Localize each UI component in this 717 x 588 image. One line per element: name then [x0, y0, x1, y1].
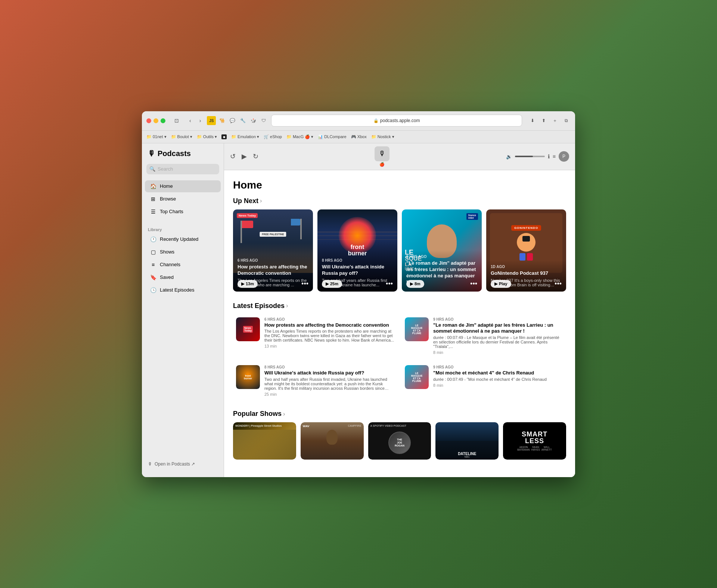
- up-next-grid: FREE PALESTINE News Today 6 HRS AGO How …: [233, 209, 566, 292]
- sidebar-item-latest-episodes[interactable]: 🕒 Latest Episodes: [145, 284, 221, 296]
- episode-desc-4: durée : 00:07:49 - "Moi moche et méchant…: [433, 377, 563, 382]
- share-icon[interactable]: ⬆: [539, 116, 548, 125]
- episode-time-2: 9 HRS AGO: [433, 317, 563, 321]
- episode-item-2[interactable]: LEMASQUEET LAPLUME 9 HRS AGO "Le roman d…: [402, 314, 566, 358]
- up-next-arrow[interactable]: ›: [260, 197, 262, 204]
- bookmark-boulot[interactable]: 📁 Boulot ▾: [171, 134, 192, 139]
- popular-shows-header: Popular Shows ›: [233, 410, 566, 418]
- forward-button[interactable]: ›: [196, 116, 204, 125]
- more-button-4[interactable]: •••: [555, 280, 562, 288]
- address-bar[interactable]: 🔒 podcasts.apple.com: [271, 115, 522, 127]
- play-pause-button[interactable]: ▶: [242, 152, 247, 161]
- show-card-4[interactable]: DATELINE NBC: [435, 422, 499, 460]
- tool-icon[interactable]: 🔧: [238, 116, 247, 125]
- podcast-logo: 🎙: [375, 146, 389, 161]
- cube-icon[interactable]: 🎲: [249, 116, 258, 125]
- up-next-section-header: Up Next ›: [233, 197, 566, 205]
- tabs-icon[interactable]: ⧉: [562, 116, 571, 125]
- chat-icon[interactable]: 💬: [228, 116, 237, 125]
- news-today-badge: News Today: [237, 213, 258, 218]
- more-button-3[interactable]: •••: [470, 280, 477, 288]
- card-footer-4: ▶ Play •••: [491, 280, 562, 288]
- close-button[interactable]: [146, 118, 151, 123]
- show-card-3[interactable]: A SPOTIFY VIDEO PODCAST THEJOEROGAN: [368, 422, 431, 460]
- episode-info-2: 9 HRS AGO "Le roman de Jim" adapté par l…: [433, 317, 563, 355]
- sidebar-item-shows[interactable]: ▢ Shows: [145, 246, 221, 258]
- maximize-button[interactable]: [161, 118, 165, 123]
- front-burner-title: frontburner: [322, 244, 393, 257]
- card-time-ago-3: 9 HRS AGO: [406, 255, 477, 259]
- card-title-1: How protests are affecting the Democrati…: [238, 264, 308, 277]
- bookmark-nostick[interactable]: 📁 Nostick ▾: [371, 134, 394, 139]
- bookmark-emulation[interactable]: 📁 Emulation ▾: [231, 134, 259, 139]
- list-button[interactable]: ≡: [553, 153, 556, 159]
- avatar[interactable]: P: [559, 151, 569, 162]
- back-button[interactable]: ‹: [186, 116, 194, 125]
- latest-episodes-section: Latest Episodes › NewsToday: [233, 302, 566, 400]
- card-footer-3: ▶ 8m •••: [406, 280, 477, 288]
- card-le-masque[interactable]: franceinter LE SQUE LA: [402, 209, 482, 292]
- forward-button[interactable]: ↻: [253, 152, 258, 161]
- sidebar-item-channels[interactable]: ≡ Channels: [145, 259, 221, 271]
- open-in-podcasts-label: Open in Podcasts ↗: [155, 461, 195, 467]
- page-title: Home: [233, 179, 566, 191]
- show-card-1[interactable]: WONDERY | Pineapple Street Studios: [233, 422, 296, 460]
- camel-icon[interactable]: 🐪: [217, 116, 226, 125]
- play-button-3[interactable]: ▶ 8m: [406, 280, 424, 288]
- card-time-ago-4: 1D AGO: [491, 265, 562, 269]
- bookmark-eshop[interactable]: 🛒 eShop: [264, 134, 282, 139]
- sidebar-item-home[interactable]: 🏠 Home: [145, 180, 221, 192]
- more-button-2[interactable]: •••: [386, 280, 393, 288]
- minimize-button[interactable]: [153, 118, 158, 123]
- app-logo: 🎙 Podcasts: [142, 149, 224, 164]
- bookmark-outils[interactable]: 📁 Outils ▾: [197, 134, 217, 139]
- sidebar-item-top-charts[interactable]: ☰ Top Charts: [145, 206, 221, 218]
- sidebar-toggle[interactable]: ⊡: [171, 116, 182, 125]
- bookmark-macg[interactable]: 📁 MacG 🍎 ▾: [286, 134, 313, 139]
- episode-duration-3: 25 min: [264, 392, 394, 396]
- search-placeholder: Search: [158, 166, 173, 172]
- player-bar: ↺ ▶ ↻ 🎙 🍎 🔉 ℹ ≡ P: [224, 143, 575, 170]
- show-card-2[interactable]: WAV CAMPFIRE: [301, 422, 364, 460]
- popular-shows-arrow[interactable]: ›: [283, 411, 285, 417]
- latest-episodes-arrow[interactable]: ›: [286, 302, 288, 309]
- info-button[interactable]: ℹ: [548, 153, 550, 159]
- volume-slider[interactable]: [515, 156, 545, 157]
- player-right: 🔉 ℹ ≡ P: [506, 151, 569, 162]
- home-icon: 🏠: [149, 183, 157, 190]
- card-news-today[interactable]: FREE PALESTINE News Today 6 HRS AGO How …: [233, 209, 313, 292]
- more-button-1[interactable]: •••: [301, 280, 308, 288]
- episode-title-1: How protests are affecting the Democrati…: [264, 322, 394, 329]
- home-label: Home: [160, 183, 173, 189]
- card-gonintendo[interactable]: GONINTENDO: [486, 209, 566, 292]
- channels-icon: ≡: [149, 261, 157, 268]
- sidebar-item-recently-updated[interactable]: 🕐 Recently Updated: [145, 233, 221, 245]
- episode-info-3: 8 HRS AGO Will Ukraine's attack inside R…: [264, 365, 394, 396]
- open-in-podcasts[interactable]: 🎙 Open in Podcasts ↗: [142, 457, 224, 471]
- episode-title-4: "Moi moche et méchant 4" de Chris Renaud: [433, 370, 563, 376]
- new-tab-icon[interactable]: ＋: [550, 116, 559, 125]
- episode-info-4: 9 HRS AGO "Moi moche et méchant 4" de Ch…: [433, 365, 563, 388]
- shows-grid: WONDERY | Pineapple Street Studios WAV C…: [233, 422, 566, 460]
- play-button-1[interactable]: ▶ 13m: [238, 280, 258, 288]
- shield-icon[interactable]: 🛡: [259, 116, 268, 125]
- play-button-2[interactable]: ▶ 25m: [322, 280, 342, 288]
- sidebar-item-saved[interactable]: 🔖 Saved: [145, 271, 221, 283]
- bookmark-01net[interactable]: 📁 01net ▾: [146, 134, 167, 139]
- app-name: Podcasts: [158, 149, 191, 158]
- rewind-button[interactable]: ↺: [230, 152, 236, 161]
- card-front-burner[interactable]: frontburner 8 HRS AGO Will Ukraine's att…: [317, 209, 397, 292]
- episode-item-3[interactable]: frontburner 8 HRS AGO Will Ukraine's att…: [233, 362, 397, 399]
- show-card-5[interactable]: SMARTLESS JASONBATEMAN SEANHAYES WILLARN…: [503, 422, 566, 460]
- js-icon[interactable]: JS: [207, 116, 216, 125]
- episode-item-1[interactable]: NewsToday 6 HRS AGO How protests are aff…: [233, 314, 397, 358]
- episode-item-4[interactable]: LEMASQUEET LAPLUME 9 HRS AGO "Moi moche …: [402, 362, 566, 399]
- play-button-4[interactable]: ▶ Play: [491, 280, 511, 288]
- episode-desc-1: The Los Angeles Times reports on the pro…: [264, 329, 394, 342]
- sidebar-item-browse[interactable]: ⊞ Browse: [145, 193, 221, 205]
- bookmark-xbox[interactable]: 🎮 Xbox: [351, 134, 367, 139]
- search-box[interactable]: 🔍 Search: [146, 164, 219, 174]
- download-icon[interactable]: ⬇: [528, 116, 537, 125]
- bookmark-dlcompare[interactable]: 📊 DLCompare: [318, 134, 346, 139]
- bookmark-black[interactable]: ■: [221, 134, 227, 139]
